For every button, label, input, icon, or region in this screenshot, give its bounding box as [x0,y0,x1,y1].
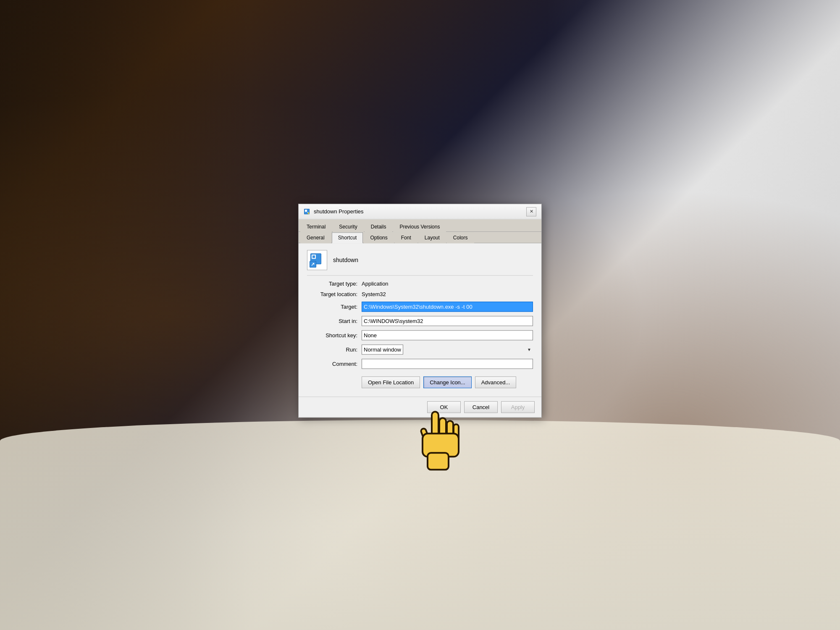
svg-text:↗: ↗ [311,262,315,267]
apply-button[interactable]: Apply [501,401,535,413]
start-in-row: Start in: [307,316,533,326]
tab-row-top: Terminal Security Details Previous Versi… [299,219,541,232]
tab-font[interactable]: Font [395,232,417,243]
shortcut-key-label: Shortcut key: [307,332,362,339]
tab-security[interactable]: Security [333,221,363,232]
comment-row: Comment: [307,359,533,369]
action-buttons: Open File Location Change Icon... Advanc… [362,376,533,388]
run-label: Run: [307,346,362,353]
ok-button[interactable]: OK [427,401,461,413]
run-select-wrapper: Normal window Minimized Maximized ▼ [362,344,533,354]
svg-rect-7 [312,255,315,258]
open-file-location-button[interactable]: Open File Location [362,376,420,388]
app-icon: ↗ [310,252,325,268]
start-in-input[interactable] [362,316,533,326]
change-icon-button[interactable]: Change Icon... [423,376,472,388]
target-row: Target: [307,302,533,312]
tab-general[interactable]: General [300,232,331,243]
app-header: ↗ shutdown [307,250,533,276]
dialog-footer: OK Cancel Apply [299,396,541,417]
comment-input[interactable] [362,359,533,369]
comment-label: Comment: [307,361,362,367]
target-location-row: Target location: System32 [307,291,533,297]
chevron-down-icon: ▼ [527,347,531,352]
target-label: Target: [307,304,362,310]
tab-colors[interactable]: Colors [447,232,474,243]
app-icon-box: ↗ [307,250,327,270]
svg-rect-2 [305,210,307,212]
desk-surface [0,420,840,630]
close-button[interactable]: ✕ [526,207,536,216]
target-input[interactable] [362,302,533,312]
target-type-row: Target type: Application [307,281,533,287]
tab-row-bottom: General Shortcut Options Font Layout Col… [299,232,541,243]
tab-shortcut[interactable]: Shortcut [332,232,363,243]
dialog-title: shutdown Properties [314,208,526,215]
dialog-titlebar: shutdown Properties ✕ [299,204,541,219]
app-name: shutdown [333,257,358,263]
cancel-button[interactable]: Cancel [464,401,498,413]
tab-options[interactable]: Options [364,232,394,243]
start-in-label: Start in: [307,318,362,324]
target-location-label: Target location: [307,291,362,297]
advanced-button[interactable]: Advanced... [475,376,517,388]
svg-rect-3 [308,213,309,214]
dialog-container: shutdown Properties ✕ Terminal Security … [298,204,542,417]
target-type-value: Application [362,281,388,287]
dialog-titlebar-icon [304,208,310,215]
tab-layout[interactable]: Layout [418,232,446,243]
properties-dialog: shutdown Properties ✕ Terminal Security … [298,204,542,417]
tab-terminal[interactable]: Terminal [300,221,332,232]
shortcut-key-row: Shortcut key: [307,330,533,340]
tab-details[interactable]: Details [365,221,393,232]
run-row: Run: Normal window Minimized Maximized ▼ [307,344,533,354]
run-select[interactable]: Normal window Minimized Maximized [362,344,403,354]
target-type-label: Target type: [307,281,362,287]
tab-previous-versions[interactable]: Previous Versions [393,221,446,232]
shortcut-key-input[interactable] [362,330,533,340]
target-location-value: System32 [362,291,386,297]
dialog-body: ↗ shutdown Target type: Application Targ… [299,243,541,396]
